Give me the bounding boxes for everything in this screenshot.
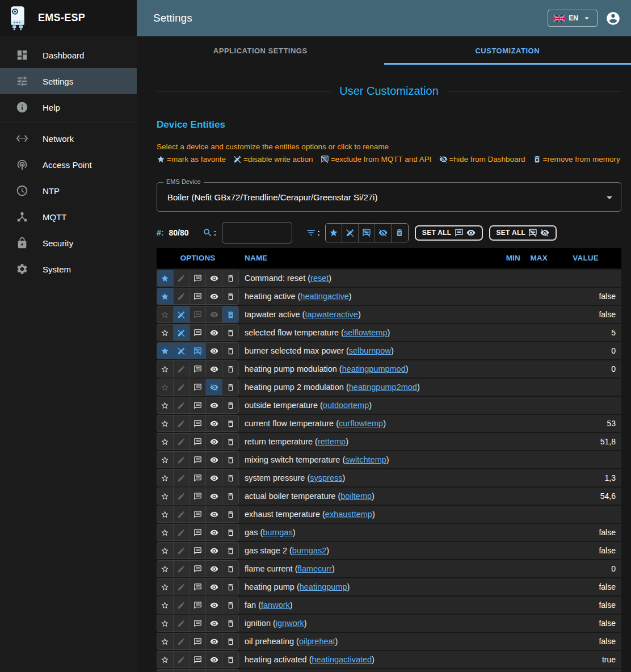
sidebar-item-security[interactable]: Security (0, 230, 137, 256)
entity-name[interactable]: flame current (flamecurr) (245, 564, 335, 573)
comment-icon[interactable] (190, 434, 207, 450)
comment-icon[interactable] (190, 524, 207, 540)
comment-icon[interactable] (190, 379, 207, 395)
eye-icon[interactable] (206, 561, 222, 577)
entity-shortname-link[interactable]: flamecurr (297, 564, 331, 573)
comment-icon[interactable] (190, 579, 207, 595)
star-icon[interactable] (157, 343, 174, 359)
trash-icon[interactable] (222, 506, 238, 522)
trash-icon[interactable] (222, 633, 238, 649)
pencil-icon[interactable] (174, 615, 190, 631)
entity-shortname-link[interactable]: fanwork (261, 600, 290, 610)
star-icon[interactable] (157, 270, 174, 286)
pencil-icon[interactable] (174, 434, 190, 450)
star-outline-icon[interactable] (157, 561, 174, 577)
pencil-icon[interactable] (174, 524, 190, 540)
star-outline-icon[interactable] (157, 633, 174, 649)
comment-off-icon[interactable] (190, 343, 207, 359)
pencil-off-icon[interactable] (174, 325, 190, 341)
pencil-icon[interactable] (174, 633, 190, 649)
pencil-icon[interactable] (174, 397, 190, 413)
comment-icon[interactable] (190, 288, 207, 304)
entity-name[interactable]: oil preheating (oilpreheat) (245, 637, 338, 646)
trash-icon[interactable] (222, 379, 238, 395)
eye-icon[interactable] (206, 470, 222, 486)
entity-name[interactable]: system pressure (syspress) (245, 473, 345, 482)
entity-shortname-link[interactable]: heatingactive (300, 292, 348, 301)
star-outline-icon[interactable] (157, 361, 174, 377)
entity-shortname-link[interactable]: oilpreheat (299, 637, 335, 646)
entity-shortname-link[interactable]: curflowtemp (339, 419, 383, 428)
pencil-icon[interactable] (174, 288, 190, 304)
entity-shortname-link[interactable]: boiltemp (340, 492, 372, 501)
eye-icon[interactable] (206, 543, 222, 558)
star-outline-icon[interactable] (157, 652, 174, 667)
eye-icon[interactable] (206, 397, 222, 413)
star-outline-icon[interactable] (157, 470, 174, 486)
account-circle-icon[interactable] (605, 11, 621, 26)
comment-icon[interactable] (190, 325, 207, 341)
entity-shortname-link[interactable]: tapwateractive (305, 310, 358, 319)
comment-icon[interactable] (190, 488, 207, 504)
entity-shortname-link[interactable]: ignwork (276, 619, 304, 628)
sidebar-item-mqtt[interactable]: MQTT (0, 204, 137, 230)
sidebar-item-system[interactable]: System (0, 256, 137, 282)
trash-icon[interactable] (222, 397, 238, 413)
eye-icon[interactable] (206, 288, 222, 304)
entity-shortname-link[interactable]: burngas2 (292, 546, 326, 555)
entity-shortname-link[interactable]: reset (310, 274, 329, 283)
star-outline-icon[interactable] (157, 306, 174, 322)
sidebar-item-settings[interactable]: Settings (0, 68, 137, 94)
trash-icon[interactable] (222, 434, 238, 450)
tab-customization[interactable]: CUSTOMIZATION (384, 36, 631, 65)
sidebar-item-help[interactable]: Help (0, 94, 137, 120)
entity-shortname-link[interactable]: syspress (310, 473, 342, 482)
eye-icon[interactable] (206, 361, 222, 377)
entity-shortname-link[interactable]: outdoortemp (323, 401, 369, 410)
pencil-icon[interactable] (174, 597, 190, 613)
star-outline-icon[interactable] (157, 325, 174, 341)
sidebar-item-ntp[interactable]: NTP (0, 178, 137, 204)
trash-icon[interactable] (222, 670, 238, 672)
trash-icon[interactable] (222, 343, 238, 359)
trash-icon[interactable] (222, 597, 238, 613)
star-outline-icon[interactable] (157, 506, 174, 522)
entity-name[interactable]: gas (burngas) (245, 528, 296, 537)
entity-shortname-link[interactable]: switchtemp (345, 455, 386, 464)
trash-x-icon[interactable] (222, 306, 238, 322)
trash-icon[interactable] (222, 470, 238, 486)
comment-icon[interactable] (190, 270, 207, 286)
entity-shortname-link[interactable]: heatingactivated (312, 655, 372, 664)
trash-icon[interactable] (222, 543, 238, 558)
entity-name[interactable]: heating active (heatingactive) (245, 292, 352, 301)
pencil-icon[interactable] (174, 415, 190, 431)
comment-icon[interactable] (190, 306, 207, 322)
entity-name[interactable]: exhaust temperature (exhausttemp) (245, 510, 375, 519)
entity-name[interactable]: Command: reset (reset) (245, 274, 331, 283)
pencil-icon[interactable] (174, 652, 190, 667)
comment-icon[interactable] (190, 543, 207, 558)
pencil-icon[interactable] (174, 361, 190, 377)
pencil-icon[interactable] (174, 670, 190, 672)
pencil-icon[interactable] (174, 488, 190, 504)
filter-pencil-off-icon[interactable] (342, 224, 359, 242)
eye-icon[interactable] (206, 306, 222, 322)
comment-icon[interactable] (190, 506, 207, 522)
entity-shortname-link[interactable]: burngas (263, 528, 292, 537)
eye-icon[interactable] (206, 452, 222, 468)
trash-icon[interactable] (222, 561, 238, 577)
entity-name[interactable]: selected flow temperature (selflowtemp) (245, 328, 390, 337)
comment-icon[interactable] (190, 452, 207, 468)
star-outline-icon[interactable] (157, 670, 174, 672)
ems-device-select[interactable]: EMS Device Boiler (Nefit GBx72/Trendline… (157, 182, 621, 212)
comment-icon[interactable] (190, 397, 207, 413)
filter-eye-off-icon[interactable] (375, 224, 392, 242)
entity-name[interactable]: heating pump (heatingpump) (245, 582, 350, 591)
trash-icon[interactable] (222, 524, 238, 540)
comment-icon[interactable] (190, 470, 207, 486)
pencil-icon[interactable] (174, 506, 190, 522)
star-outline-icon[interactable] (157, 524, 174, 540)
eye-icon[interactable] (206, 506, 222, 522)
star-outline-icon[interactable] (157, 615, 174, 631)
entity-name[interactable]: mixing switch temperature (switchtemp) (245, 455, 389, 464)
